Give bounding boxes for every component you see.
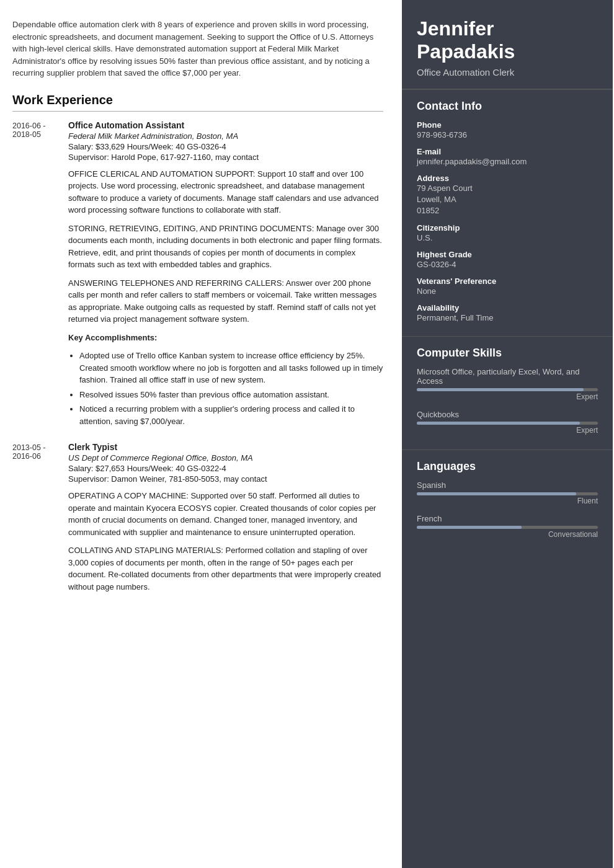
address-line2: Lowell, MA [417, 194, 598, 205]
veterans-item: Veterans' Preference None [417, 277, 598, 297]
citizenship-label: Citizenship [417, 223, 598, 232]
bullet-1-3: Noticed a recurring problem with a suppl… [79, 403, 383, 427]
job-content-1: Office Automation Assistant Federal Milk… [68, 120, 383, 430]
lang-name-spanish: Spanish [417, 480, 598, 490]
address-line1: 79 Aspen Court [417, 183, 598, 194]
lang-name-french: French [417, 514, 598, 523]
lang-bar-bg-spanish [417, 492, 598, 495]
left-column: Dependable office automation clerk with … [0, 0, 402, 868]
lang-french: French Conversational [417, 514, 598, 539]
bullet-1-1: Adopted use of Trello office Kanban syst… [79, 350, 383, 386]
job-desc-p3-1: ANSWERING TELEPHONES AND REFERRING CALLE… [68, 277, 383, 326]
job-supervisor-1: Supervisor: Harold Pope, 617-927-1160, m… [68, 153, 383, 162]
candidate-title: Office Automation Clerk [417, 67, 598, 78]
veterans-value: None [417, 286, 598, 297]
lang-bar-bg-french [417, 526, 598, 529]
job-title-1: Office Automation Assistant [68, 120, 383, 130]
job-org-1: Federal Milk Market Administration, Bost… [68, 131, 383, 141]
skill-bar-bg-ms-office [417, 388, 598, 391]
name-block: JenniferPapadakis Office Automation Cler… [402, 0, 613, 90]
availability-item: Availability Permanent, Full Time [417, 303, 598, 324]
languages-section: Languages Spanish Fluent French Conversa… [402, 450, 613, 554]
skill-level-ms-office: Expert [417, 392, 598, 401]
job-block-1: 2016-06 - 2018-05 Office Automation Assi… [12, 120, 383, 430]
lang-level-french: Conversational [417, 530, 598, 539]
lang-level-spanish: Fluent [417, 497, 598, 505]
phone-value: 978-963-6736 [417, 130, 598, 141]
job-org-2: US Dept of Commerce Regional Office, Bos… [68, 453, 383, 463]
citizenship-item: Citizenship U.S. [417, 223, 598, 244]
job-description-2: OPERATING A COPY MACHINE: Supported over… [68, 490, 383, 593]
skill-bar-fill-ms-office [417, 388, 584, 391]
phone-item: Phone 978-963-6736 [417, 120, 598, 141]
lang-spanish: Spanish Fluent [417, 480, 598, 505]
contact-info-title: Contact Info [417, 100, 598, 113]
job-content-2: Clerk Typist US Dept of Commerce Regiona… [68, 442, 383, 599]
job-salary-2: Salary: $27,653 Hours/Week: 40 GS-0322-4 [68, 464, 383, 473]
candidate-name: JenniferPapadakis [417, 17, 598, 63]
job-desc-p2-2: COLLATING AND STAPLING MATERIALS: Perfor… [68, 544, 383, 593]
citizenship-value: U.S. [417, 232, 598, 244]
job-supervisor-2: Supervisor: Damon Weiner, 781-850-5053, … [68, 474, 383, 484]
address-line3: 01852 [417, 205, 598, 216]
skill-bar-fill-quickbooks [417, 422, 580, 425]
job-desc-p1-1: OFFICE CLERICAL AND AUTOMATION SUPPORT: … [68, 168, 383, 216]
bullet-list-1: Adopted use of Trello office Kanban syst… [68, 350, 383, 427]
lang-bar-fill-spanish [417, 492, 576, 495]
contact-info-section: Contact Info Phone 978-963-6736 E-mail j… [402, 90, 613, 337]
email-label: E-mail [417, 147, 598, 156]
address-item: Address 79 Aspen Court Lowell, MA 01852 [417, 174, 598, 217]
bullet-1-2: Resolved issues 50% faster than previous… [79, 389, 383, 401]
job-desc-p2-1: STORING, RETRIEVING, EDITING, AND PRINTI… [68, 223, 383, 271]
skill-bar-bg-quickbooks [417, 422, 598, 425]
computer-skills-title: Computer Skills [417, 347, 598, 360]
job-block-2: 2013-05 - 2016-06 Clerk Typist US Dept o… [12, 442, 383, 599]
availability-value: Permanent, Full Time [417, 312, 598, 324]
skill-quickbooks: Quickbooks Expert [417, 410, 598, 435]
skill-name-ms-office: Microsoft Office, particularly Excel, Wo… [417, 367, 598, 386]
skill-name-quickbooks: Quickbooks [417, 410, 598, 419]
lang-bar-fill-french [417, 526, 522, 529]
phone-label: Phone [417, 120, 598, 130]
availability-label: Availability [417, 303, 598, 312]
key-accomplishments-label-1: Key Accomplishments: [68, 332, 383, 344]
job-salary-1: Salary: $33,629 Hours/Week: 40 GS-0326-4 [68, 142, 383, 151]
job-dates-2: 2013-05 - 2016-06 [12, 442, 62, 599]
summary-text: Dependable office automation clerk with … [12, 19, 383, 79]
job-dates-1: 2016-06 - 2018-05 [12, 120, 62, 430]
languages-title: Languages [417, 460, 598, 473]
work-experience-section: Work Experience 2016-06 - 2018-05 Office… [12, 93, 383, 600]
job-title-2: Clerk Typist [68, 442, 383, 452]
job-description-1: OFFICE CLERICAL AND AUTOMATION SUPPORT: … [68, 168, 383, 428]
address-label: Address [417, 174, 598, 183]
skill-ms-office: Microsoft Office, particularly Excel, Wo… [417, 367, 598, 401]
skill-level-quickbooks: Expert [417, 426, 598, 435]
highest-grade-item: Highest Grade GS-0326-4 [417, 250, 598, 270]
highest-grade-value: GS-0326-4 [417, 259, 598, 270]
right-column: JenniferPapadakis Office Automation Cler… [402, 0, 613, 868]
veterans-label: Veterans' Preference [417, 277, 598, 286]
email-item: E-mail jennifer.papadakis@gmail.com [417, 147, 598, 167]
job-desc-p1-2: OPERATING A COPY MACHINE: Supported over… [68, 490, 383, 538]
work-experience-title: Work Experience [12, 93, 383, 112]
highest-grade-label: Highest Grade [417, 250, 598, 259]
computer-skills-section: Computer Skills Microsoft Office, partic… [402, 337, 613, 450]
email-value: jennifer.papadakis@gmail.com [417, 156, 598, 167]
